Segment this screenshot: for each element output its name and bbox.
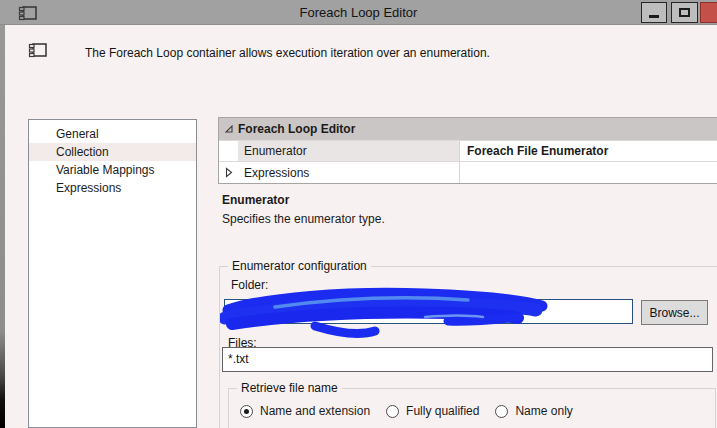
radio-label: Name and extension	[260, 404, 370, 418]
folder-input[interactable]	[224, 299, 633, 324]
foreach-container-icon	[28, 40, 48, 60]
property-category-label: Foreach Loop Editor	[238, 122, 355, 136]
property-row-enumerator[interactable]: Enumerator Foreach File Enumerator	[219, 140, 717, 161]
radio-icon[interactable]	[386, 405, 399, 418]
window-edge-strip	[0, 25, 5, 428]
category-expanded-icon[interactable]	[224, 124, 234, 134]
property-value[interactable]: Foreach File Enumerator	[459, 141, 717, 161]
window-title: Foreach Loop Editor	[0, 0, 717, 25]
browse-button-label: Browse...	[649, 306, 699, 320]
property-name: Expressions	[238, 162, 459, 183]
property-description-text: Specifies the enumerator type.	[222, 212, 702, 226]
enumerator-configuration-group: Enumerator configuration Folder: Browse.…	[219, 266, 717, 428]
retrieve-options: Name and extension Fully qualified Name …	[240, 404, 573, 418]
group-label: Retrieve file name	[237, 381, 342, 395]
sidebar-item-expressions[interactable]: Expressions	[29, 179, 196, 197]
property-grid: Foreach Loop Editor Enumerator Foreach F…	[218, 117, 717, 184]
page-list: General Collection Variable Mappings Exp…	[28, 119, 197, 428]
files-input[interactable]: *.txt	[222, 347, 713, 372]
group-label: Enumerator configuration	[228, 259, 371, 273]
dialog-description: The Foreach Loop container allows execut…	[85, 46, 490, 60]
property-description-panel: Enumerator Specifies the enumerator type…	[222, 193, 702, 226]
foreach-loop-editor-dialog: Foreach Loop Editor The Foreach Loop con…	[0, 0, 717, 428]
radio-label: Name only	[515, 404, 572, 418]
radio-option-fully-qualified[interactable]: Fully qualified	[386, 404, 479, 418]
sidebar-item-general[interactable]: General	[29, 125, 196, 143]
minimize-button[interactable]	[641, 2, 667, 23]
titlebar[interactable]: Foreach Loop Editor	[0, 0, 717, 25]
radio-label: Fully qualified	[406, 404, 479, 418]
minimize-icon	[649, 15, 659, 18]
property-value[interactable]	[459, 162, 717, 183]
sidebar-item-variable-mappings[interactable]: Variable Mappings	[29, 161, 196, 179]
maximize-icon	[679, 8, 690, 17]
radio-icon[interactable]	[240, 405, 253, 418]
folder-label: Folder:	[231, 278, 268, 292]
row-collapsed-icon[interactable]	[224, 167, 233, 178]
property-row-expressions[interactable]: Expressions	[219, 161, 717, 183]
property-name: Enumerator	[238, 141, 459, 161]
sidebar-item-collection[interactable]: Collection	[29, 143, 196, 161]
property-description-title: Enumerator	[222, 193, 702, 207]
retrieve-file-name-group: Retrieve file name Name and extension Fu…	[228, 388, 716, 428]
close-button[interactable]	[700, 2, 717, 23]
browse-button[interactable]: Browse...	[641, 300, 708, 325]
radio-option-name-and-extension[interactable]: Name and extension	[240, 404, 370, 418]
radio-icon[interactable]	[495, 405, 508, 418]
property-category-row[interactable]: Foreach Loop Editor	[219, 118, 717, 140]
radio-option-name-only[interactable]: Name only	[495, 404, 572, 418]
maximize-button[interactable]	[671, 2, 698, 23]
